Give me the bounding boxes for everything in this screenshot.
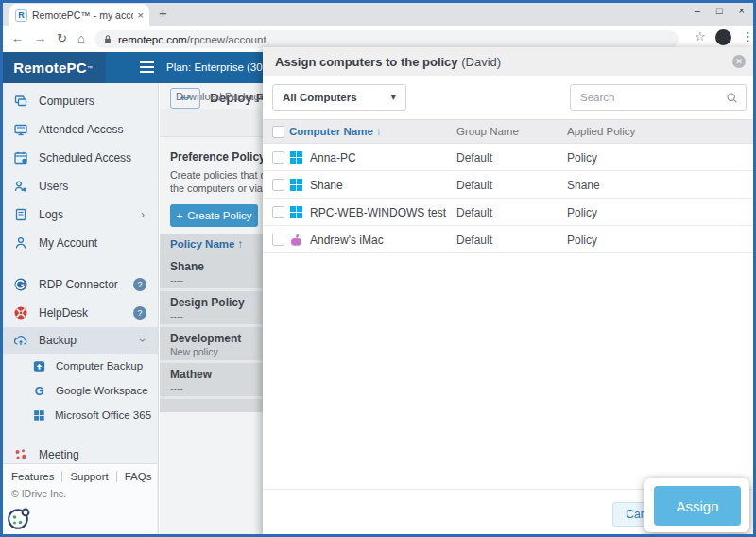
modal-close-icon[interactable]: ✕ bbox=[732, 55, 746, 68]
remotepc-logo[interactable]: RemotePC™ bbox=[0, 52, 106, 83]
bookmark-star-icon[interactable]: ☆ bbox=[695, 29, 706, 43]
browser-tab[interactable]: R RemotePC™ - my account inform × bbox=[9, 4, 149, 26]
sidebar-item-helpdesk[interactable]: HelpDesk ? bbox=[0, 299, 158, 327]
sidebar-item-backup[interactable]: Backup › bbox=[0, 327, 158, 354]
google-workspace-icon: G bbox=[32, 384, 46, 398]
search-icon bbox=[726, 92, 738, 104]
forward-icon[interactable]: → bbox=[34, 31, 46, 45]
group-name: Default bbox=[456, 234, 492, 247]
row-checkbox[interactable] bbox=[272, 151, 284, 164]
group-name: Default bbox=[456, 179, 492, 192]
row-checkbox[interactable] bbox=[272, 234, 284, 246]
plus-icon: + bbox=[176, 210, 182, 221]
sidebar-item-microsoft-office-365[interactable]: Microsoft Office 365 bbox=[0, 403, 158, 427]
policy-row[interactable]: Design Policy ---- bbox=[160, 291, 263, 327]
policy-list: Shane ---- Design Policy ---- Developmen… bbox=[160, 255, 263, 412]
policy-row bbox=[160, 399, 263, 412]
browser-tab-strip: R RemotePC™ - my account inform × + – □ … bbox=[0, 0, 756, 26]
select-all-checkbox[interactable] bbox=[272, 126, 284, 138]
window-close-icon[interactable]: × bbox=[739, 5, 745, 16]
search-input[interactable] bbox=[580, 86, 722, 109]
backup-cloud-icon bbox=[13, 333, 28, 348]
my-account-icon bbox=[13, 235, 28, 251]
computer-backup-icon bbox=[32, 359, 46, 373]
svg-text:G: G bbox=[35, 384, 43, 397]
sidebar-item-label: Meeting bbox=[39, 448, 79, 461]
computer-name-column[interactable]: Computer Name bbox=[289, 126, 373, 137]
computers-filter-dropdown[interactable]: All Computers ▾ bbox=[272, 84, 406, 111]
computer-row[interactable]: Anna-PC Default Policy bbox=[263, 144, 756, 171]
sidebar-item-label: Microsoft Office 365 bbox=[55, 409, 151, 421]
features-link[interactable]: Features bbox=[11, 471, 62, 482]
microsoft-office-icon bbox=[32, 408, 45, 422]
cookie-consent-icon[interactable] bbox=[6, 506, 31, 535]
address-bar[interactable]: remotepc.com/rpcnew/account bbox=[94, 30, 679, 48]
assign-computers-modal: Assign computers to the policy (David) ✕… bbox=[263, 47, 756, 537]
sidebar-item-computer-backup[interactable]: Computer Backup bbox=[0, 354, 158, 378]
browser-profile-avatar[interactable] bbox=[715, 29, 731, 45]
group-name: Default bbox=[456, 151, 492, 165]
computer-table-header: Computer Name ↑ Group Name Applied Polic… bbox=[263, 119, 756, 144]
modal-title-policy-name: (David) bbox=[461, 55, 501, 69]
apple-icon bbox=[290, 234, 302, 247]
computer-name: Andrew's iMac bbox=[310, 234, 384, 247]
sidebar-item-label: Scheduled Access bbox=[39, 151, 131, 165]
computer-name: Shane bbox=[310, 179, 343, 192]
faqs-link[interactable]: FAQs bbox=[117, 471, 160, 482]
helpdesk-icon bbox=[13, 305, 28, 320]
modal-header: Assign computers to the policy (David) ✕ bbox=[263, 47, 756, 76]
sidebar-item-rdp-connector[interactable]: RDP Connector ? bbox=[0, 270, 158, 299]
sidebar-item-label: Attended Access bbox=[39, 123, 123, 136]
back-icon[interactable]: ← bbox=[11, 31, 24, 45]
group-name-column[interactable]: Group Name bbox=[456, 126, 519, 137]
sidebar-item-computers[interactable]: Computers bbox=[0, 87, 158, 115]
sidebar-item-label: Backup bbox=[39, 334, 77, 347]
sidebar-item-label: Computers bbox=[39, 95, 94, 108]
computer-row[interactable]: Shane Default Shane bbox=[263, 171, 756, 199]
window-maximize-icon[interactable]: □ bbox=[716, 5, 723, 16]
policy-row[interactable]: Shane ---- bbox=[160, 255, 263, 291]
browser-menu-icon[interactable]: ⋮ bbox=[742, 29, 754, 43]
windows-icon bbox=[290, 206, 302, 218]
windows-icon bbox=[290, 179, 302, 191]
row-checkbox[interactable] bbox=[272, 179, 284, 191]
applied-policy-column[interactable]: Applied Policy bbox=[567, 126, 635, 137]
sort-up-icon: ↑ bbox=[238, 238, 244, 250]
computer-row[interactable]: RPC-WEB-WINDOWS test Default Policy bbox=[263, 199, 756, 226]
home-icon[interactable]: ⌂ bbox=[77, 31, 85, 45]
download-package-tab[interactable] bbox=[160, 109, 263, 137]
policy-row[interactable]: Development New policy bbox=[160, 327, 263, 363]
help-icon[interactable]: ? bbox=[133, 306, 146, 320]
chevron-down-icon: › bbox=[136, 338, 149, 342]
reload-icon[interactable]: ↻ bbox=[57, 31, 67, 45]
sidebar-item-label: RDP Connector bbox=[39, 278, 118, 291]
tab-title: RemotePC™ - my account inform bbox=[32, 9, 133, 21]
sidebar-item-scheduled-access[interactable]: Scheduled Access bbox=[0, 144, 158, 172]
create-policy-button[interactable]: + Create Policy bbox=[170, 204, 258, 227]
sidebar: Computers Attended Access Scheduled Acce… bbox=[0, 83, 159, 537]
policy-name-column[interactable]: Policy Name bbox=[170, 238, 234, 250]
applied-policy: Shane bbox=[567, 179, 600, 192]
assign-button[interactable]: Assign bbox=[654, 486, 741, 526]
window-minimize-icon[interactable]: – bbox=[695, 5, 700, 16]
sidebar-item-label: HelpDesk bbox=[39, 306, 88, 320]
sidebar-item-logs[interactable]: Logs › bbox=[0, 200, 158, 229]
modal-title: Assign computers to the policy bbox=[275, 55, 458, 69]
remotepc-favicon-icon: R bbox=[15, 9, 27, 22]
new-tab-button[interactable]: + bbox=[159, 5, 167, 21]
sidebar-item-google-workspace[interactable]: G Google Workspace bbox=[0, 378, 158, 403]
sidebar-item-my-account[interactable]: My Account bbox=[0, 229, 158, 257]
computer-row[interactable]: Andrew's iMac Default Policy bbox=[263, 226, 756, 253]
row-checkbox[interactable] bbox=[272, 206, 284, 218]
computer-name: RPC-WEB-WINDOWS test bbox=[310, 206, 446, 219]
hamburger-menu-icon[interactable] bbox=[140, 66, 154, 68]
policy-row[interactable]: Mathew ---- bbox=[160, 363, 263, 399]
help-icon[interactable]: ? bbox=[133, 278, 146, 291]
sidebar-item-users[interactable]: Users bbox=[0, 172, 158, 200]
sidebar-item-attended-access[interactable]: Attended Access bbox=[0, 115, 158, 144]
group-name: Default bbox=[456, 206, 492, 219]
tab-close-icon[interactable]: × bbox=[138, 9, 144, 21]
support-link[interactable]: Support bbox=[62, 471, 116, 482]
browser-window: R RemotePC™ - my account inform × + – □ … bbox=[0, 0, 756, 537]
computers-icon bbox=[13, 94, 28, 109]
